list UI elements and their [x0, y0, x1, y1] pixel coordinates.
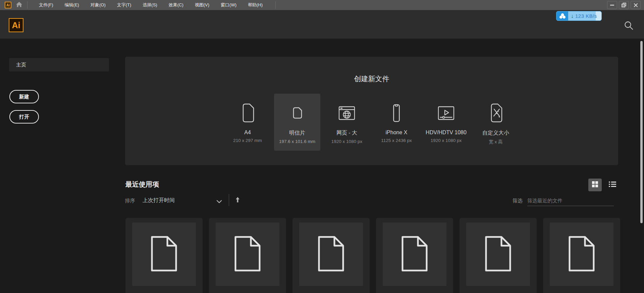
template-card-iphone-x[interactable]: iPhone X 1125 x 2436 px: [373, 94, 420, 151]
app-header: Ai ↓ 123 KB/s: [0, 10, 644, 39]
menu-item[interactable]: 文件(F): [36, 0, 57, 10]
template-name: A4: [244, 130, 251, 136]
template-size: 宽 x 高: [489, 139, 502, 145]
illustrator-logo-label: Ai: [12, 20, 20, 30]
download-speed-value: 123 KB/s: [575, 13, 597, 19]
recent-section-title: 最近使用项: [125, 180, 159, 189]
document-icon: [400, 235, 429, 274]
titlebar: Ai 文件(F) 编辑(E) 对象(O) 文字(T) 选择(S) 效果(C) 视…: [0, 0, 644, 10]
filter-label: 筛选: [513, 198, 523, 204]
minimize-button[interactable]: [607, 1, 617, 9]
sort-label: 排序: [125, 198, 135, 204]
create-new-title: 创建新文件: [125, 74, 618, 84]
recent-file-card[interactable]: [460, 218, 537, 293]
file-thumbnail: [132, 223, 196, 286]
window-controls: [607, 1, 641, 9]
template-size: 1920 x 1080 px: [331, 139, 362, 144]
home-icon: [16, 1, 22, 9]
sort-divider: [229, 194, 229, 206]
template-card-hdtv[interactable]: HDV/HDTV 1080 1920 x 1080 px: [423, 94, 469, 151]
list-view-toggle[interactable]: [606, 179, 619, 191]
template-card-postcard[interactable]: 明信片 197.6 x 101.6 mm: [274, 94, 320, 151]
home-button[interactable]: [16, 1, 22, 9]
filter-input[interactable]: [527, 195, 614, 206]
template-size: 197.6 x 101.6 mm: [279, 139, 315, 144]
menu-item[interactable]: 帮助(H): [245, 0, 266, 10]
menu-item[interactable]: 文字(T): [114, 0, 135, 10]
menu-item[interactable]: 对象(O): [87, 0, 109, 10]
file-thumbnail: [550, 223, 613, 286]
recent-files-grid: [125, 218, 620, 293]
template-size: 1920 x 1080 px: [431, 138, 462, 143]
template-size: 210 x 297 mm: [233, 138, 262, 143]
template-card-a4[interactable]: A4 210 x 297 mm: [224, 94, 271, 151]
sort-ascending-button[interactable]: [235, 197, 240, 204]
menu-item[interactable]: 效果(C): [165, 0, 187, 10]
netdisk-cloud-icon: [556, 11, 568, 20]
menu-item[interactable]: 视图(V): [192, 0, 213, 10]
a4-document-icon: [237, 99, 258, 127]
grid-view-toggle[interactable]: [588, 179, 602, 191]
document-icon: [316, 235, 346, 274]
app-icon-ai[interactable]: Ai: [5, 2, 11, 8]
template-card-web-large[interactable]: 网页 - 大 1920 x 1080 px: [324, 94, 370, 151]
recent-file-card[interactable]: [209, 218, 286, 293]
phone-icon: [386, 99, 407, 127]
template-name: 网页 - 大: [336, 130, 357, 137]
open-file-button[interactable]: 打开: [9, 110, 39, 124]
template-cards-row: A4 210 x 297 mm 明信片 197.6 x 101.6 mm: [125, 94, 618, 151]
sidebar-home-label: 主页: [16, 62, 26, 68]
template-name: HDV/HDTV 1080: [426, 130, 467, 136]
sidebar-item-home[interactable]: 主页: [9, 58, 109, 71]
file-thumbnail: [299, 223, 363, 286]
download-speed-badge[interactable]: ↓ 123 KB/s: [556, 11, 602, 21]
recent-file-card[interactable]: [376, 218, 453, 293]
list-view-icon: [608, 181, 616, 189]
menu-bar: 文件(F) 编辑(E) 对象(O) 文字(T) 选择(S) 效果(C) 视图(V…: [36, 0, 271, 10]
file-thumbnail: [383, 223, 446, 286]
video-player-icon: [435, 99, 457, 127]
sort-dropdown[interactable]: 上次打开时间: [143, 197, 223, 204]
document-icon: [149, 235, 179, 274]
document-icon: [233, 235, 262, 274]
ruler-pencil-icon: [485, 99, 506, 127]
recent-file-card[interactable]: [543, 218, 620, 293]
titlebar-divider: [27, 1, 28, 9]
recent-file-card[interactable]: [292, 218, 370, 293]
open-file-button-label: 打开: [19, 114, 29, 120]
menu-item[interactable]: 窗口(W): [217, 0, 240, 10]
template-name: iPhone X: [386, 130, 408, 136]
vertical-scrollbar-thumb[interactable]: [640, 41, 643, 223]
template-card-custom-size[interactable]: 自定义大小 宽 x 高: [473, 94, 519, 151]
document-icon: [567, 235, 596, 274]
download-arrow-icon: ↓: [571, 13, 574, 19]
restore-button[interactable]: [619, 1, 629, 9]
document-icon: [483, 235, 513, 274]
menu-item[interactable]: 选择(S): [139, 0, 160, 10]
illustrator-logo: Ai: [9, 18, 23, 32]
template-size: 1125 x 2436 px: [381, 138, 412, 143]
postcard-icon: [286, 99, 308, 127]
menu-item[interactable]: 编辑(E): [61, 0, 83, 10]
search-button[interactable]: [623, 21, 634, 32]
chevron-down-icon[interactable]: [216, 199, 222, 205]
recent-file-card[interactable]: [125, 218, 203, 293]
web-browser-icon: [336, 99, 358, 127]
new-file-button[interactable]: 新建: [9, 90, 39, 103]
new-file-button-label: 新建: [19, 94, 29, 100]
file-thumbnail: [466, 223, 530, 286]
template-name: 明信片: [289, 130, 305, 137]
app-icon-label: Ai: [6, 3, 10, 7]
close-button[interactable]: [631, 1, 641, 9]
search-icon: [624, 20, 634, 32]
file-thumbnail: [216, 223, 279, 286]
titlebar-divider: [275, 1, 276, 9]
template-name: 自定义大小: [482, 130, 509, 137]
grid-view-icon: [592, 181, 598, 189]
create-new-panel: 创建新文件 A4 210 x 297 mm 明信片 197.6 x 101.6 …: [125, 57, 618, 165]
